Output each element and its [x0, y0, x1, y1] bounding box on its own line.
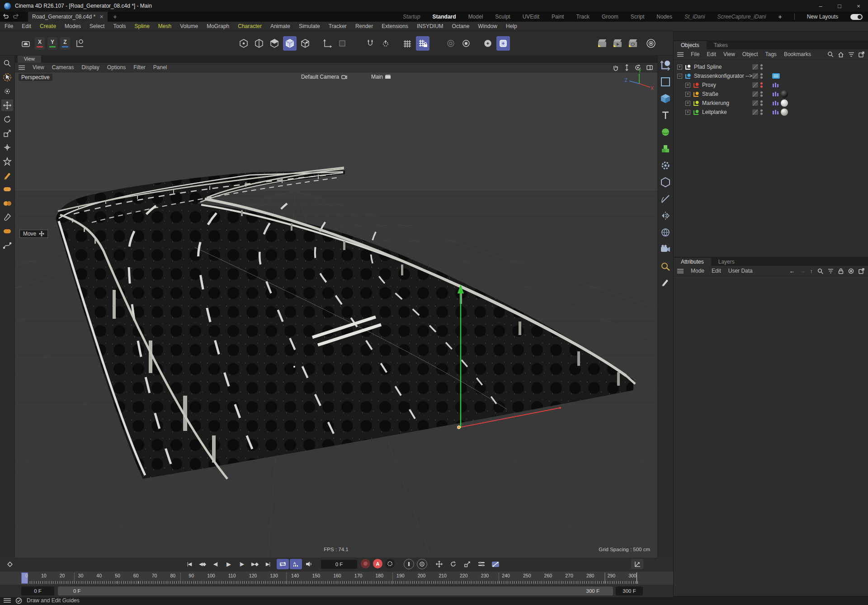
undo-icon[interactable]: [0, 14, 11, 20]
settings-gear-icon[interactable]: [660, 160, 671, 171]
range-slider[interactable]: 0 F 300 F: [58, 586, 613, 596]
pen-tool[interactable]: [1, 170, 13, 181]
render-preview-button[interactable]: [19, 36, 33, 51]
menu-character[interactable]: Character: [238, 23, 262, 29]
document-tab[interactable]: Road_Generator_08.c4d * ✕: [28, 12, 108, 22]
menu-tracker[interactable]: Tracker: [329, 23, 347, 29]
hamburger-icon[interactable]: [4, 598, 11, 603]
points-mode-button[interactable]: [237, 36, 250, 51]
layer-chip[interactable]: [752, 73, 758, 79]
menu-mograph[interactable]: MoGraph: [207, 23, 229, 29]
menu-select[interactable]: Select: [90, 23, 104, 29]
record-position-toggle[interactable]: [404, 559, 414, 569]
simulation-sphere-icon[interactable]: [660, 126, 671, 138]
object-row-markierung[interactable]: + Markierung: [674, 99, 868, 108]
fcurve-editor-icon[interactable]: [631, 559, 643, 569]
text-tool-icon[interactable]: [660, 109, 671, 121]
current-frame-field[interactable]: 0 F: [321, 560, 357, 569]
layout-standard[interactable]: Standard: [433, 14, 456, 20]
objects-menu-object[interactable]: Object: [742, 51, 758, 57]
menu-insydium[interactable]: INSYDIUM: [417, 23, 443, 29]
menu-animate[interactable]: Animate: [270, 23, 290, 29]
target-icon[interactable]: [848, 268, 854, 274]
viewport-tab-view[interactable]: View: [18, 56, 41, 63]
loop-playback-button[interactable]: [277, 559, 289, 569]
layout-st-idani[interactable]: St_iDani: [684, 14, 705, 20]
filter-icon[interactable]: [828, 269, 834, 274]
pencil-icon[interactable]: [660, 277, 671, 288]
visibility-dots[interactable]: [760, 91, 763, 97]
keyframe-parameter-icon[interactable]: [475, 559, 487, 569]
next-key-button[interactable]: ▶◆: [249, 559, 261, 569]
hamburger-icon[interactable]: [19, 65, 25, 70]
tab-layers[interactable]: Layers: [711, 258, 742, 266]
viewport-menu-display[interactable]: Display: [81, 64, 99, 71]
viewport-solo-button[interactable]: [496, 36, 510, 51]
y-axis-lock-button[interactable]: Y: [47, 37, 57, 50]
node-tag-icon[interactable]: [772, 82, 778, 88]
lock-icon[interactable]: [838, 268, 844, 274]
model-mode-button[interactable]: [283, 36, 297, 51]
sound-button[interactable]: [303, 559, 315, 569]
edges-mode-button[interactable]: [252, 36, 266, 51]
camera-target[interactable]: Main: [371, 74, 391, 80]
visibility-dots[interactable]: [760, 73, 763, 79]
workplane-disabled-button[interactable]: [335, 36, 349, 51]
expand-icon[interactable]: +: [685, 92, 690, 97]
previous-frame-button[interactable]: ◀|: [209, 559, 222, 569]
brush-tool[interactable]: [1, 212, 13, 223]
add-layout-button[interactable]: +: [778, 13, 782, 20]
globe-icon[interactable]: [660, 227, 671, 238]
pan-hand-icon[interactable]: [612, 64, 619, 71]
menu-file[interactable]: File: [5, 23, 13, 29]
goto-start-button[interactable]: |◀: [183, 559, 195, 569]
object-row-pfad-spline[interactable]: + Pfad Spline: [674, 62, 868, 71]
solo-off-button[interactable]: [444, 36, 458, 51]
menu-mesh[interactable]: Mesh: [158, 23, 171, 29]
objects-menu-file[interactable]: File: [691, 51, 699, 57]
attributes-menu-mode[interactable]: Mode: [691, 268, 704, 274]
smooth-tool[interactable]: [1, 226, 13, 237]
search-icon[interactable]: [817, 268, 823, 274]
object-row-leitplanke[interactable]: + Leitplanke: [674, 108, 868, 117]
object-row-strasse[interactable]: + Straße: [674, 90, 868, 99]
play-mode-button[interactable]: A: [290, 559, 302, 569]
layout-screecapture-idani[interactable]: ScreeCapture_iDani: [717, 14, 766, 20]
objects-menu-view[interactable]: View: [723, 51, 735, 57]
workplane-grid-button[interactable]: [401, 36, 414, 51]
hexagon-icon[interactable]: [660, 176, 671, 188]
menu-help[interactable]: Help: [506, 23, 517, 29]
record-rotation-toggle[interactable]: [417, 559, 427, 569]
layout-sculpt[interactable]: Sculpt: [495, 14, 510, 20]
redo-icon[interactable]: [11, 14, 22, 20]
hamburger-icon[interactable]: [677, 52, 684, 57]
keyframe-scale-icon[interactable]: [461, 559, 473, 569]
play-button[interactable]: ▶: [222, 559, 235, 569]
attributes-menu-userdata[interactable]: User Data: [728, 268, 753, 274]
goto-end-button[interactable]: ▶|: [262, 559, 274, 569]
material-tag-light[interactable]: [781, 99, 788, 107]
layout-model[interactable]: Model: [468, 14, 483, 20]
mirror-icon[interactable]: [660, 210, 671, 222]
objects-menu-bookmarks[interactable]: Bookmarks: [784, 51, 811, 57]
objects-menu-edit[interactable]: Edit: [707, 51, 716, 57]
timeline-ruler[interactable]: 0102030405060708090100110120130140150160…: [0, 571, 673, 585]
material-tag-dark[interactable]: [781, 90, 788, 98]
range-end-field[interactable]: 300 F: [616, 586, 643, 596]
viewport-menu-panel[interactable]: Panel: [153, 64, 167, 71]
menu-tools[interactable]: Tools: [113, 23, 126, 29]
close-button[interactable]: ×: [849, 0, 868, 12]
record-button[interactable]: [361, 559, 370, 568]
attributes-menu-edit[interactable]: Edit: [712, 268, 721, 274]
x-axis-lock-button[interactable]: X: [35, 37, 45, 50]
viewport-menu-cameras[interactable]: Cameras: [52, 64, 74, 71]
history-back-icon[interactable]: ←: [789, 268, 795, 274]
axis-mode-button[interactable]: [320, 36, 334, 51]
visibility-dots[interactable]: [760, 82, 763, 88]
layout-groom[interactable]: Groom: [602, 14, 618, 20]
new-document-tab-button[interactable]: +: [113, 13, 117, 20]
history-forward-icon[interactable]: →: [800, 268, 806, 274]
layer-chip[interactable]: [752, 82, 758, 88]
coordinates-icon[interactable]: [660, 59, 671, 71]
menu-edit[interactable]: Edit: [22, 23, 31, 29]
